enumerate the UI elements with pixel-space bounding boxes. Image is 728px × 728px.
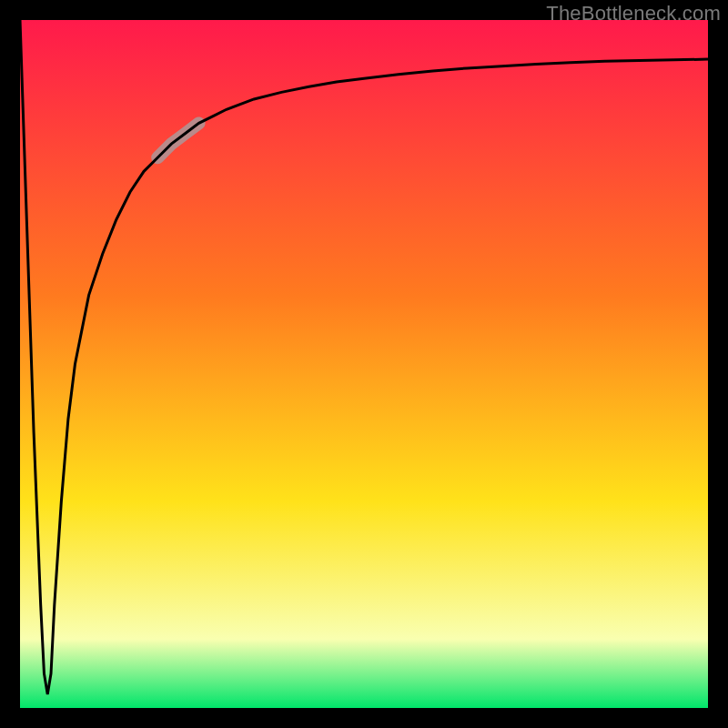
- plot-area: [20, 20, 708, 708]
- chart-svg: [20, 20, 708, 708]
- gradient-rect: [20, 20, 708, 708]
- chart-frame: TheBottleneck.com: [0, 0, 728, 728]
